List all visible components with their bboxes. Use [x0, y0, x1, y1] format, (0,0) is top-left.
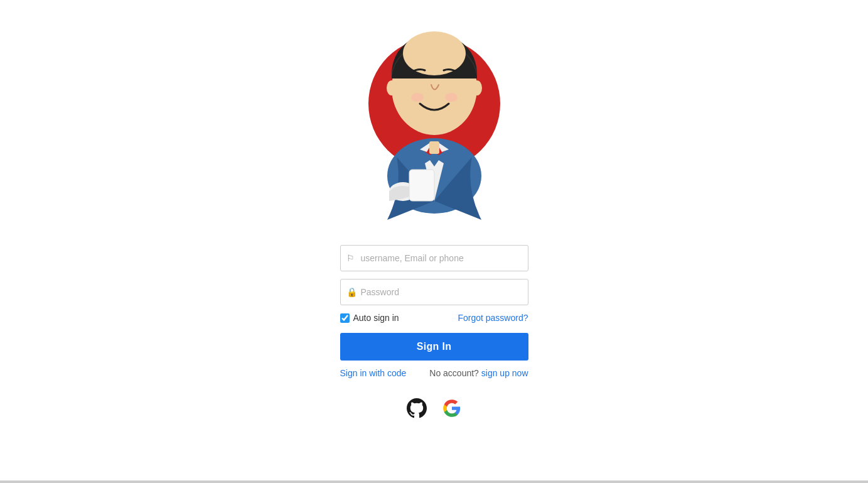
auto-signin-label[interactable]: Auto sign in — [340, 313, 399, 323]
sign-in-with-code-link[interactable]: Sign in with code — [340, 368, 407, 378]
auto-signin-text: Auto sign in — [353, 313, 399, 323]
github-login-button[interactable] — [405, 397, 428, 420]
forgot-password-link[interactable]: Forgot password? — [458, 313, 528, 323]
lock-icon: 🔒 — [346, 287, 357, 297]
github-icon — [407, 398, 427, 418]
user-icon: ⚐ — [346, 253, 355, 263]
jenkins-logo — [368, 13, 500, 226]
social-icons — [405, 397, 463, 420]
svg-rect-9 — [409, 170, 434, 201]
options-row: Auto sign in Forgot password? — [340, 313, 528, 323]
auto-signin-checkbox[interactable] — [340, 313, 350, 323]
svg-point-7 — [472, 80, 482, 95]
login-form: ⚐ 🔒 Auto sign in Forgot password? Sign I… — [337, 245, 532, 420]
username-input[interactable] — [340, 245, 528, 271]
page-container: ⚐ 🔒 Auto sign in Forgot password? Sign I… — [0, 0, 868, 420]
sign-up-link[interactable]: sign up now — [481, 368, 528, 378]
sign-in-button[interactable]: Sign In — [340, 333, 528, 361]
password-input[interactable] — [340, 279, 528, 305]
svg-point-10 — [411, 93, 424, 102]
svg-point-5 — [403, 31, 466, 75]
username-input-wrapper: ⚐ — [340, 245, 528, 271]
bottom-links: Sign in with code No account? sign up no… — [340, 368, 528, 378]
logo-container — [362, 6, 506, 232]
password-input-wrapper: 🔒 — [340, 279, 528, 305]
bottom-border — [0, 480, 868, 483]
google-icon — [442, 399, 461, 418]
svg-point-11 — [445, 93, 458, 102]
google-login-button[interactable] — [441, 397, 463, 420]
no-account-text: No account? sign up now — [429, 368, 528, 378]
svg-rect-3 — [429, 141, 439, 154]
svg-point-6 — [387, 80, 397, 95]
